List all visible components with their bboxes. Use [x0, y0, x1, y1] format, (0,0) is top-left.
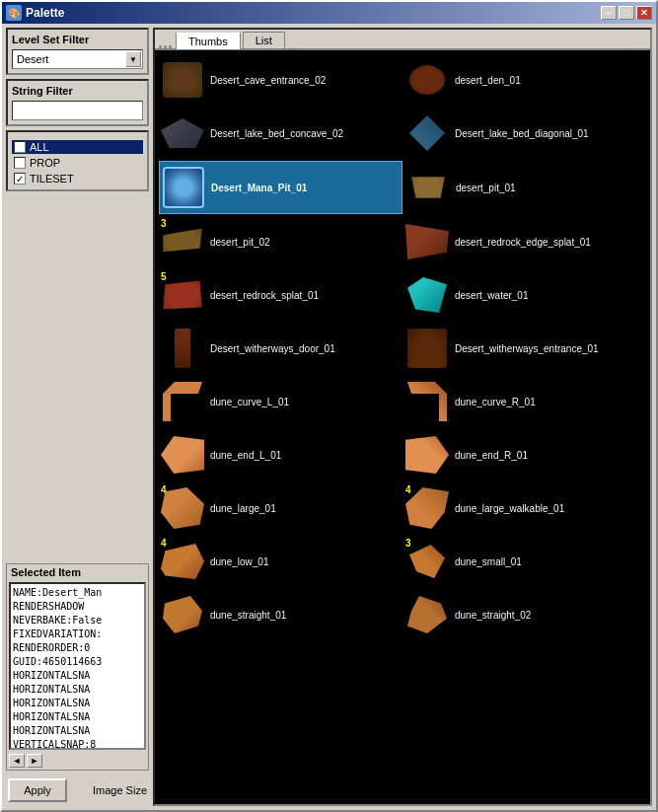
grid-item-cave[interactable]: Desert_cave_entrance_02 [159, 54, 402, 106]
grid-item-mana-pit[interactable]: Desert_Mana_Pit_01 [159, 161, 402, 214]
string-filter-label: String Filter [12, 85, 143, 97]
grid-item-pit2[interactable]: 3 desert_pit_02 [159, 216, 402, 267]
grid-item-large-walk[interactable]: 4 dune_large_walkable_01 [403, 482, 646, 534]
level-set-filter-section: Level Set Filter Desert Forest Arctic ▼ [6, 28, 149, 75]
grid-item-end-l[interactable]: dune_end_L_01 [159, 429, 402, 480]
grid-row: Desert_witherways_door_01 Desert_witherw… [159, 323, 646, 374]
item-label: desert_pit_01 [456, 183, 644, 193]
image-size-label: Image Size [93, 784, 147, 796]
data-line: HORIZONTALSNA [13, 683, 142, 697]
scroll-left-button[interactable]: ◄ [9, 754, 25, 768]
thumb-lake-diagonal [405, 111, 449, 155]
badge-3: 3 [161, 218, 167, 229]
item-label: dune_curve_L_01 [210, 397, 400, 407]
scrollbar-controls: ◄ ► [7, 752, 148, 770]
grid-item-end-r[interactable]: dune_end_R_01 [403, 429, 646, 480]
thumb-large [161, 486, 204, 530]
checkbox-all-box [14, 141, 26, 153]
item-label: Desert_witherways_entrance_01 [455, 343, 644, 354]
grid-item-redrock-edge[interactable]: desert_redrock_edge_splat_01 [403, 216, 646, 267]
thumb-pit2 [161, 220, 204, 263]
thumb-straight1 [161, 593, 204, 636]
minimize-button[interactable]: − [601, 6, 617, 20]
data-line: VERTICALSNAP:8 [13, 738, 142, 750]
tab-thumbs[interactable]: Thumbs [176, 33, 241, 49]
scroll-right-button[interactable]: ► [27, 754, 42, 768]
grid-row: 5 desert_redrock_splat_01 desert_water_0… [159, 269, 646, 321]
item-label: dune_large_01 [210, 503, 400, 514]
grid-row: 4 dune_large_01 4 dune_large_walkable_01 [159, 482, 646, 534]
checkbox-tileset[interactable]: ✓ TILESET [12, 172, 143, 185]
data-line: HORIZONTALSNA [13, 724, 142, 738]
dot-2 [164, 45, 167, 48]
grid-item-door[interactable]: Desert_witherways_door_01 [159, 323, 402, 374]
data-line: GUID:4650114663 [13, 655, 142, 669]
grid-item-entrance[interactable]: Desert_witherways_entrance_01 [403, 323, 646, 374]
grid-item-curve-r[interactable]: dune_curve_R_01 [403, 376, 646, 427]
item-label: dune_straight_02 [455, 610, 644, 621]
badge-5: 5 [161, 271, 167, 282]
grid-item-straight1[interactable]: dune_straight_01 [159, 589, 402, 640]
title-bar: 🎨 Palette − □ ✕ [2, 2, 656, 24]
level-set-dropdown[interactable]: Desert Forest Arctic [12, 49, 143, 69]
item-label: dune_small_01 [455, 556, 644, 567]
grid-row: dune_end_L_01 dune_end_R_01 [159, 429, 646, 480]
item-label: Desert_Mana_Pit_01 [211, 183, 400, 193]
title-bar-controls: − □ ✕ [601, 6, 652, 20]
apply-button[interactable]: Apply [8, 778, 67, 802]
checkbox-tileset-label: TILESET [30, 173, 74, 185]
selected-item-label: Selected Item [7, 564, 148, 580]
string-filter-input[interactable] [12, 101, 143, 120]
grid-item-large[interactable]: 4 dune_large_01 [159, 482, 402, 534]
grid-item-den[interactable]: desert_den_01 [403, 54, 646, 106]
item-label: dune_straight_01 [210, 610, 400, 621]
grid-row: Desert_Mana_Pit_01 desert_pit_01 [159, 161, 646, 214]
grid-item-redrock[interactable]: 5 desert_redrock_splat_01 [159, 269, 402, 321]
item-label: dune_end_R_01 [455, 450, 644, 461]
selected-item-section: Selected Item NAME:Desert_Man RENDERSHAD… [6, 563, 149, 771]
thumb-redrock [161, 273, 204, 317]
bottom-buttons: Apply Image Size [6, 775, 149, 806]
data-line: FIXEDVARIATION: [13, 627, 142, 641]
grid-item-low[interactable]: 4 dune_low_01 [159, 536, 402, 587]
grid-item-water[interactable]: desert_water_01 [403, 269, 646, 321]
checkbox-prop[interactable]: PROP [12, 156, 143, 170]
badge-4c: 4 [161, 538, 167, 549]
data-line: RENDERSHADOW [13, 600, 142, 614]
checkbox-list-section: ALL PROP ✓ TILESET [6, 130, 149, 191]
thumb-large-walk [405, 486, 449, 530]
badge-4b: 4 [405, 484, 411, 495]
item-label: Desert_witherways_door_01 [210, 343, 400, 354]
item-label: desert_water_01 [455, 290, 644, 301]
grid-item-straight2[interactable]: dune_straight_02 [403, 589, 646, 640]
thumb-redrock-edge [405, 220, 449, 263]
tab-list[interactable]: List [243, 32, 285, 48]
item-label: dune_curve_R_01 [455, 397, 644, 407]
tab-bar: Thumbs List [155, 30, 650, 50]
grid-row: 4 dune_low_01 3 dune_small_01 [159, 536, 646, 587]
grid-item-small[interactable]: 3 dune_small_01 [403, 536, 646, 587]
thumb-small [405, 540, 449, 583]
item-label: Desert_lake_bed_concave_02 [210, 128, 400, 139]
item-label: Desert_lake_bed_diagonal_01 [455, 128, 644, 139]
thumb-pit [406, 166, 450, 209]
item-label: dune_end_L_01 [210, 450, 400, 461]
items-grid[interactable]: Desert_cave_entrance_02 desert_den_01 De… [155, 50, 650, 804]
close-button[interactable]: ✕ [636, 6, 652, 20]
item-label: dune_low_01 [210, 556, 400, 567]
string-filter-section: String Filter [6, 79, 149, 126]
grid-item-lake-diagonal[interactable]: Desert_lake_bed_diagonal_01 [403, 108, 646, 159]
maximize-button[interactable]: □ [619, 6, 634, 20]
grid-item-lake-bed[interactable]: Desert_lake_bed_concave_02 [159, 108, 402, 159]
selected-item-data[interactable]: NAME:Desert_Man RENDERSHADOW NEVERBAKE:F… [9, 582, 146, 750]
left-panel: Level Set Filter Desert Forest Arctic ▼ … [6, 28, 149, 806]
checkbox-list: ALL PROP ✓ TILESET [12, 140, 143, 185]
window-icon: 🎨 [6, 5, 22, 21]
checkbox-all[interactable]: ALL [12, 140, 143, 154]
thumb-lake-bed [161, 111, 204, 155]
grid-item-pit[interactable]: desert_pit_01 [404, 161, 646, 214]
grid-item-curve-l[interactable]: dune_curve_L_01 [159, 376, 402, 427]
data-line: HORIZONTALSNA [13, 669, 142, 683]
data-line: NEVERBAKE:False [13, 614, 142, 627]
window-title: Palette [26, 6, 64, 20]
